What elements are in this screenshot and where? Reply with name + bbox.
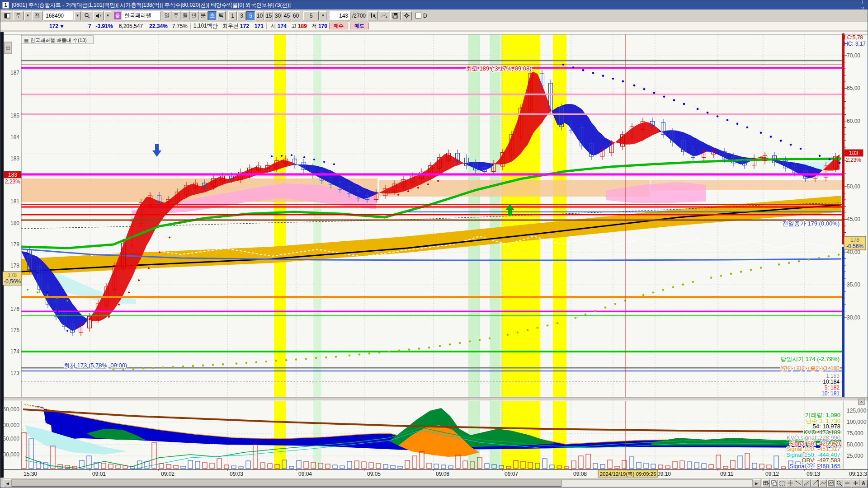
bar-count-input[interactable]: 143 xyxy=(330,11,350,20)
time-axis-tick: 15:30 xyxy=(24,471,37,477)
trend-multi-icon[interactable] xyxy=(803,479,811,487)
chart-scrollbar[interactable] xyxy=(11,479,753,487)
interval-button-15[interactable]: 15 xyxy=(264,11,273,20)
scrollbar-thumb[interactable] xyxy=(12,480,561,487)
time-axis-tick: 09:05 xyxy=(367,471,381,477)
plus-icon[interactable] xyxy=(852,479,859,487)
bar-total-label: /2700 xyxy=(351,13,367,19)
window-title: [0601] 주식종합차트 - 거래대금[1,101(백만)] 시가총액[138… xyxy=(12,1,291,9)
sub-right-axis-tick: 25,000 xyxy=(847,453,863,459)
sell-button[interactable]: 매도 xyxy=(350,23,369,29)
left-axis-tick: 175 xyxy=(10,327,19,333)
right-low-badge-value: 178 xyxy=(850,237,859,243)
chart-window: 1 [0601] 주식종합차트 - 거래대금[1,101(백만)] 시가총액[1… xyxy=(0,0,868,488)
left-axis-tick: 176 xyxy=(10,306,19,312)
stock-code-input[interactable]: 168490 xyxy=(43,11,73,20)
sub-right-axis-tick: 50,000 xyxy=(847,441,863,448)
interval-button-5[interactable]: 5 xyxy=(246,11,255,20)
save-icon[interactable] xyxy=(390,11,401,20)
font-icon[interactable]: T xyxy=(859,0,867,5)
grid-window-icon[interactable] xyxy=(762,479,770,487)
trend-down-icon[interactable] xyxy=(795,479,802,487)
curve-icon[interactable] xyxy=(819,479,827,487)
period-button-분[interactable]: 분 xyxy=(199,11,208,20)
chart-panel-icon[interactable] xyxy=(2,11,12,20)
right-axis-tick: 65,00 xyxy=(847,85,860,91)
left-low-badge-value: 178 xyxy=(8,272,17,278)
scroll-left-icon[interactable]: ◀ xyxy=(4,479,11,487)
period-button-초[interactable]: 초 xyxy=(208,11,217,20)
open-annotation: 당일시가 174 (-2,79%) xyxy=(780,356,840,362)
zigzag-add-icon[interactable] xyxy=(379,11,389,20)
count-combo-arrow-icon[interactable]: ▼ xyxy=(320,11,326,20)
left-low-badge-pct: -0,56% xyxy=(4,278,21,285)
chart-settings-icon[interactable] xyxy=(827,479,835,487)
ma-legend-item: 10:184 xyxy=(823,379,840,385)
candle-adjust-icon[interactable] xyxy=(368,11,378,20)
count-combo[interactable]: 5 xyxy=(303,11,319,20)
minus-icon[interactable] xyxy=(844,479,851,487)
time-axis-tick: 09:08 xyxy=(573,471,587,477)
cascade-windows-icon[interactable] xyxy=(770,479,778,487)
interval-button-60[interactable]: 60 xyxy=(292,11,300,20)
interval-button-10[interactable]: 10 xyxy=(255,11,264,20)
period-button-년[interactable]: 년 xyxy=(190,11,198,20)
search-icon[interactable] xyxy=(82,11,92,20)
interval-button-1[interactable]: 1 xyxy=(228,11,237,20)
interval-button-group: 1351015304560 xyxy=(228,11,300,20)
sound-dropdown-arrow-icon[interactable]: ▼ xyxy=(104,11,111,20)
rate2: 7.75% xyxy=(172,23,188,29)
low-annotation: 최저 173 (5,78%, 09:00) xyxy=(64,362,127,369)
panel-expander-icon: ▤ xyxy=(6,46,10,51)
change-percent: -3.91% xyxy=(96,23,113,29)
title-bar: 1 [0601] 주식종합차트 - 거래대금[1,101(백만)] 시가총액[1… xyxy=(0,0,868,9)
chart-canvas[interactable]: 18718518418318118017917817617517417370,0… xyxy=(0,30,868,478)
left-axis-tick: 187 xyxy=(10,70,19,76)
gear-icon[interactable] xyxy=(401,11,412,20)
dashed-box-icon[interactable] xyxy=(778,479,786,487)
period-button-일[interactable]: 일 xyxy=(163,11,171,20)
formula-annotation: (고가+저가+종가)/3: 180 xyxy=(780,365,840,371)
subpanel-close-icon: × xyxy=(860,399,863,404)
low-label: 저 xyxy=(311,22,317,30)
left-axis-tick: 174 xyxy=(10,348,19,355)
time-axis-tick: 09:01 xyxy=(92,471,106,477)
period-button-월[interactable]: 월 xyxy=(181,11,189,20)
interval-button-30[interactable]: 30 xyxy=(274,11,282,20)
left-axis-tick: 179 xyxy=(10,241,19,248)
stock-type-arrow-icon[interactable]: ▼ xyxy=(24,11,31,20)
period-button-틱[interactable]: 틱 xyxy=(217,11,226,20)
d-checkbox[interactable] xyxy=(415,13,421,19)
time-axis-tick: 09:04 xyxy=(298,471,312,477)
crosshair-tool-icon[interactable] xyxy=(787,479,794,487)
prev-close-annotation: 전일종가 179 (0,00%) xyxy=(783,220,840,227)
left-axis-tick: 185 xyxy=(10,113,19,119)
right-high-badge-value: 183 xyxy=(849,150,858,156)
time-axis-tick: 09:11 xyxy=(720,471,733,477)
buy-button[interactable]: 매수 xyxy=(329,23,348,29)
interval-button-45[interactable]: 45 xyxy=(283,11,291,20)
stock-type-select[interactable]: 주 xyxy=(13,11,24,20)
sound-icon[interactable] xyxy=(93,11,104,20)
trend-up-icon[interactable] xyxy=(811,479,819,487)
code-dropdown-arrow-icon[interactable]: ▼ xyxy=(74,11,81,20)
hc-label: HC:-3,17 xyxy=(844,41,866,47)
stock-name-field[interactable]: 한국패러랠 xyxy=(122,11,161,20)
zoom-icon[interactable] xyxy=(835,479,843,487)
d-checkbox-label: D xyxy=(422,13,428,19)
chart-header-label: 한국패러랠 매물대 수(13) xyxy=(30,38,87,43)
left-high-badge-value: 183 xyxy=(8,172,17,178)
prev-stock-button[interactable]: 전 xyxy=(32,11,42,20)
interval-button-3[interactable]: 3 xyxy=(237,11,246,20)
crosshair-date-text: 2024/12/19(목) 09:09:25 xyxy=(600,471,656,477)
period-button-주[interactable]: 주 xyxy=(172,11,180,20)
ma-legend-item: 5: 182 xyxy=(825,385,840,391)
scroll-right-icon[interactable]: ▶ xyxy=(753,479,760,487)
right-axis-tick: 30,00 xyxy=(847,314,860,321)
text-icon[interactable]: A xyxy=(860,479,868,487)
quote-bar: 172 ▼ 7 -3.91% 6,205,547 22.34% 7.75% 1,… xyxy=(0,22,868,30)
window-number-badge: 1 xyxy=(2,2,9,9)
sub-right-axis-tick: 125,000 xyxy=(847,408,867,414)
right-axis-tick: 60,00 xyxy=(847,118,860,124)
time-axis-tick: 09:12 xyxy=(765,471,779,477)
